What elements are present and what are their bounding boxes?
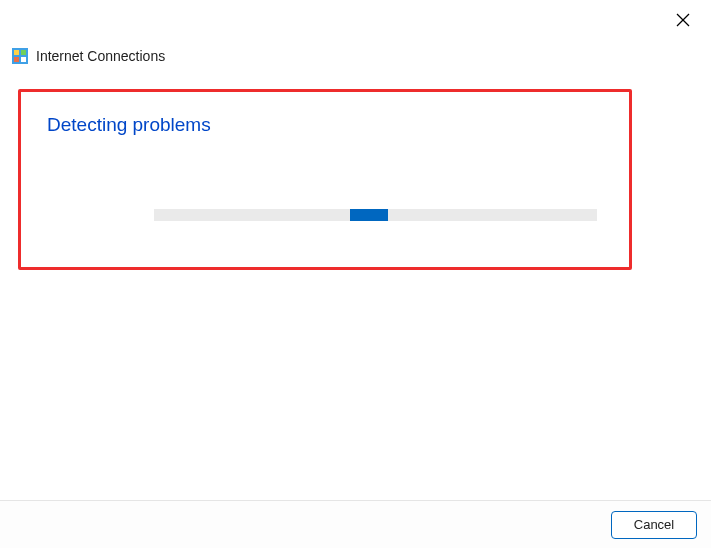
svg-rect-3 — [14, 50, 19, 55]
progress-bar — [154, 209, 597, 221]
close-button[interactable] — [673, 12, 693, 32]
content-highlight-box: Detecting problems — [18, 89, 632, 270]
svg-rect-4 — [21, 50, 26, 55]
svg-rect-5 — [14, 57, 19, 62]
progress-indicator — [350, 209, 388, 221]
cancel-button[interactable]: Cancel — [611, 511, 697, 539]
window-title: Internet Connections — [36, 48, 165, 64]
window-header: Internet Connections — [12, 48, 165, 64]
svg-rect-6 — [21, 57, 26, 62]
status-heading: Detecting problems — [47, 114, 603, 136]
close-icon — [676, 13, 690, 31]
footer-bar: Cancel — [0, 500, 711, 548]
troubleshooter-icon — [12, 48, 28, 64]
